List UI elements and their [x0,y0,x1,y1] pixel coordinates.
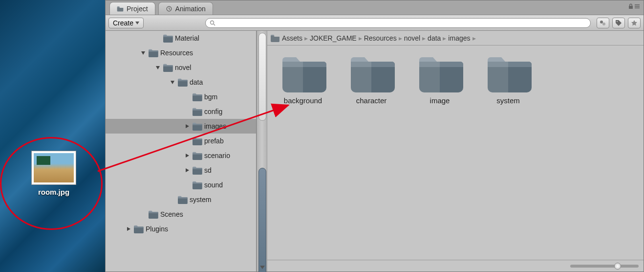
breadcrumb-separator-icon: ▸ [472,34,476,42]
menu-icon [635,4,640,9]
folder-label: background [284,96,322,105]
disclosure-triangle-icon[interactable] [184,152,191,159]
disclosure-triangle-icon[interactable] [154,64,161,71]
breadcrumb[interactable]: Assets▸JOKER_GAME▸Resources▸novel▸data▸i… [267,31,644,45]
breadcrumb-item[interactable]: novel [404,34,420,42]
disclosure-triangle-icon[interactable] [169,79,176,86]
breadcrumb-separator-icon: ▸ [399,34,402,42]
svg-point-4 [211,21,214,24]
svg-rect-3 [635,7,640,8]
folder-label: system [496,96,520,105]
create-label: Create [113,19,133,27]
breadcrumb-item[interactable]: Resources [364,34,397,42]
disclosure-triangle-icon[interactable] [140,49,147,56]
tree-item-config[interactable]: config [106,104,256,119]
tree-item-sound[interactable]: sound [106,178,256,192]
tree-item-label: scenario [204,152,230,159]
filter-by-type-button[interactable] [597,18,609,28]
breadcrumb-item[interactable]: Assets [282,34,302,42]
breadcrumb-item[interactable]: data [428,34,441,42]
star-icon [631,20,638,26]
tree-item-label: bgm [204,93,217,101]
chevron-down-icon [135,22,139,24]
svg-line-5 [214,24,215,25]
folder-grid[interactable]: background character image system [267,45,644,260]
tree-item-label: Resources [160,49,193,57]
tree-item-plugins[interactable]: Plugins [106,222,256,236]
toolbar: Create [106,15,644,31]
scrollbar-thumb[interactable] [258,168,266,272]
breadcrumb-separator-icon: ▸ [359,34,362,42]
tree-item-material[interactable]: Material [106,31,256,45]
chevron-down-icon [259,265,265,270]
scrollbar-thumb[interactable] [258,33,266,121]
breadcrumb-separator-icon: ▸ [304,34,308,42]
search-input[interactable] [205,18,591,28]
disclosure-triangle-icon [184,93,191,100]
tree-item-label: config [204,108,222,115]
desktop-file-name: room.jpg [31,188,76,196]
tree-item-scenario[interactable]: scenario [106,148,256,163]
folder-item-character[interactable]: character [344,54,398,105]
tree-item-prefab[interactable]: prefab [106,134,256,148]
tree-item-label: images [204,122,226,130]
search-icon [210,20,215,26]
filter-type-icon [600,20,606,26]
tree-item-label: Plugins [146,225,168,233]
svg-rect-1 [635,4,640,5]
disclosure-triangle-icon [184,137,191,144]
tree-item-system[interactable]: system [106,192,256,207]
tree-item-scenes[interactable]: Scenes [106,207,256,222]
content-footer [267,260,644,272]
folder-item-image[interactable]: image [413,54,467,105]
tab-bar: Project Animation [106,0,644,15]
tree-item-label: sound [204,181,223,189]
hierarchy-pane: Material Resources novel data bgm config… [106,31,257,272]
create-button[interactable]: Create [108,18,144,28]
breadcrumb-item[interactable]: JOKER_GAME [310,34,357,42]
tree-item-novel[interactable]: novel [106,60,256,75]
folder-icon [270,34,280,42]
folder-label: image [430,96,450,105]
disclosure-triangle-icon [154,35,161,42]
desktop-area: room.jpg [0,0,105,272]
disclosure-triangle-icon [140,211,147,218]
panel-body: Material Resources novel data bgm config… [106,31,644,272]
tab-animation[interactable]: Animation [158,2,213,15]
tree-item-label: prefab [204,137,224,145]
thumbnail-size-slider[interactable] [570,265,639,268]
favorite-button[interactable] [628,18,641,28]
svg-rect-2 [635,6,640,7]
disclosure-triangle-icon [169,196,176,203]
disclosure-triangle-icon[interactable] [125,226,132,232]
slider-knob[interactable] [614,263,621,270]
tree-item-bgm[interactable]: bgm [106,90,256,104]
tree-item-label: system [190,196,211,204]
tree-item-label: sd [204,166,212,174]
tree-item-resources[interactable]: Resources [106,45,256,60]
folder-icon [117,6,124,12]
breadcrumb-item[interactable]: images [448,34,470,42]
tree-item-images[interactable]: images [106,119,256,134]
tree-item-sd[interactable]: sd [106,163,256,178]
breadcrumb-separator-icon: ▸ [422,34,426,42]
tree-scrollbar[interactable] [257,31,267,272]
folder-item-background[interactable]: background [276,54,330,105]
tab-label: Project [127,5,148,13]
disclosure-triangle-icon[interactable] [184,167,191,174]
panel-menu-button[interactable] [628,3,640,9]
folder-item-system[interactable]: system [481,54,535,105]
tab-label: Animation [175,5,206,13]
clock-icon [166,6,172,12]
disclosure-triangle-icon[interactable] [184,123,191,130]
folder-tree[interactable]: Material Resources novel data bgm config… [106,31,256,272]
tree-item-label: Scenes [160,210,183,218]
disclosure-triangle-icon [184,108,191,115]
tree-item-data[interactable]: data [106,75,256,90]
tab-project[interactable]: Project [109,2,155,15]
filter-by-label-button[interactable] [612,18,625,28]
desktop-file[interactable]: room.jpg [31,151,76,196]
desktop-file-thumbnail [31,151,76,185]
content-pane: Assets▸JOKER_GAME▸Resources▸novel▸data▸i… [267,31,644,272]
tag-icon [615,20,622,26]
